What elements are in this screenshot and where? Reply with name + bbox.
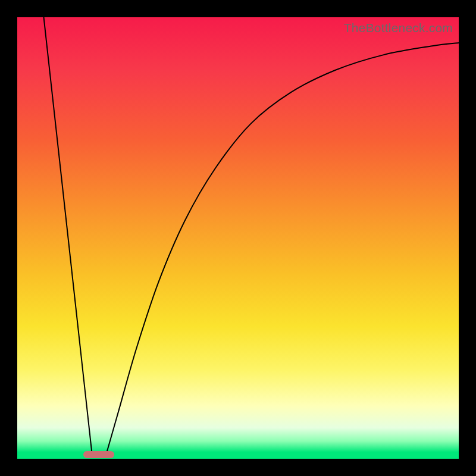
plot-area: TheBottleneck.com bbox=[17, 17, 459, 459]
optimal-marker bbox=[83, 451, 114, 458]
chart-frame: TheBottleneck.com bbox=[0, 0, 476, 476]
left-descent-line bbox=[44, 17, 93, 456]
chart-lines bbox=[17, 17, 459, 459]
right-curve-path bbox=[105, 43, 459, 456]
